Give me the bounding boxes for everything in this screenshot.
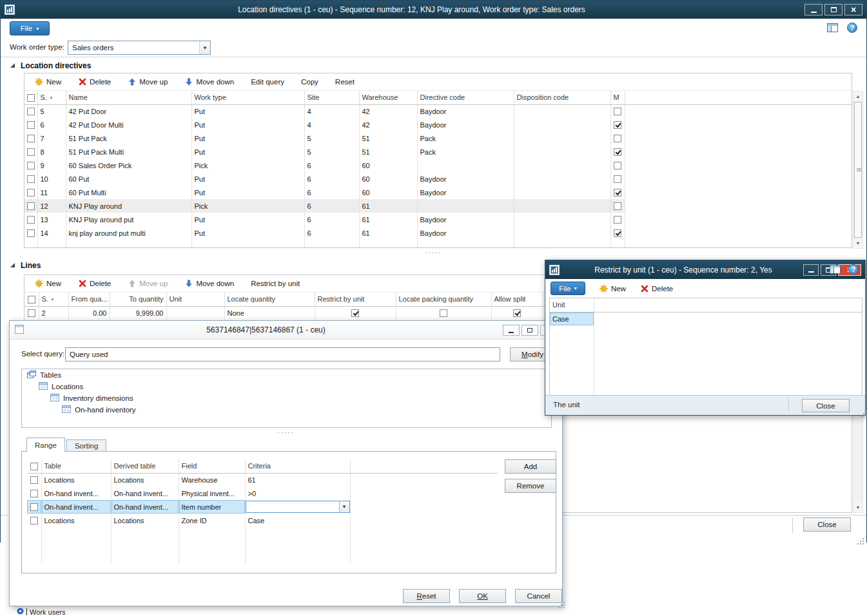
scroll-down-button[interactable]: ▼ — [853, 503, 862, 512]
grid-cell[interactable] — [625, 104, 852, 118]
table-row[interactable]: LocationsLocationsWarehouse61 — [27, 473, 498, 486]
table-row[interactable]: 960 Sales Order PickPick660 — [24, 159, 852, 172]
layout-panes-icon[interactable] — [827, 23, 838, 32]
select-query-field[interactable]: Query used — [65, 347, 500, 361]
table-row[interactable]: On-hand invent...On-hand invent...Item n… — [27, 500, 498, 514]
add-button[interactable]: Add — [505, 459, 556, 474]
column-header[interactable]: S.▲ — [39, 293, 68, 306]
grid-cell[interactable] — [24, 131, 37, 145]
grid-cell[interactable] — [417, 199, 514, 213]
tree-item[interactable]: Inventory dimensions — [22, 392, 551, 404]
query-tree[interactable]: TablesLocationsInventory dimensionsOn-ha… — [21, 369, 552, 428]
resize-grip[interactable] — [857, 538, 859, 539]
main-titlebar[interactable]: Location directives (1 - ceu) - Sequence… — [1, 1, 866, 19]
grid-cell[interactable]: 0.00 — [68, 306, 110, 320]
grid-cell[interactable] — [514, 186, 610, 199]
column-header[interactable]: Locate quantity — [224, 293, 315, 306]
grid-cell[interactable]: On-hand invent... — [41, 500, 111, 514]
grid-cell[interactable]: 10 — [37, 172, 66, 186]
grid-cell[interactable] — [610, 118, 625, 131]
edit-query-button[interactable]: Edit query — [251, 78, 284, 86]
help-icon[interactable]: ? — [847, 23, 857, 33]
grid-cell[interactable]: Locations — [41, 514, 111, 527]
file-menu-button[interactable]: File ▾ — [10, 21, 50, 35]
grid-cell[interactable]: 60 Put — [66, 172, 191, 186]
file-menu-button[interactable]: File ▾ — [550, 282, 585, 295]
column-header[interactable]: Field — [179, 459, 245, 473]
grid-cell[interactable]: 11 — [37, 186, 66, 199]
checkbox[interactable] — [30, 517, 38, 525]
splitter-handle[interactable] — [10, 430, 562, 436]
grid-cell[interactable]: 61 — [359, 199, 417, 213]
grid-cell[interactable]: 5 — [37, 104, 66, 118]
grid-cell[interactable]: 42 — [359, 118, 417, 131]
grid-cell[interactable]: Put — [191, 213, 304, 226]
checkbox[interactable] — [614, 216, 621, 224]
dropdown-arrow-icon[interactable]: ▼ — [339, 501, 349, 512]
table-row[interactable]: 751 Put PackPut551Pack — [24, 131, 852, 145]
tree-item[interactable]: On-hand inventory — [22, 404, 551, 416]
grid-cell[interactable] — [594, 312, 862, 325]
grid-cell[interactable]: Pack — [417, 131, 514, 145]
checkbox[interactable] — [27, 108, 35, 115]
grid-cell[interactable]: 42 Put Door — [66, 104, 191, 118]
checkbox[interactable] — [513, 309, 521, 317]
grid-cell[interactable] — [625, 159, 852, 172]
grid-cell[interactable] — [610, 104, 625, 118]
grid-cell[interactable] — [610, 226, 625, 240]
grid-cell[interactable]: Item number — [179, 500, 245, 514]
directives-grid[interactable]: S.▲NameWork typeSiteWarehouseDirective c… — [24, 91, 852, 247]
grid-cell[interactable] — [514, 118, 610, 131]
grid-cell[interactable] — [27, 473, 41, 486]
grid-cell[interactable] — [625, 131, 852, 145]
column-header[interactable] — [24, 91, 37, 104]
grid-cell[interactable]: 60 — [359, 159, 417, 172]
table-row[interactable]: 642 Put Door MultiPut442Baydoor — [24, 118, 852, 131]
grid-cell[interactable]: 7 — [37, 131, 66, 145]
grid-cell[interactable]: Baydoor — [417, 104, 514, 118]
column-header[interactable]: Unit — [550, 298, 594, 312]
column-header[interactable]: Work type — [191, 91, 304, 104]
checkbox[interactable] — [614, 175, 621, 183]
grid-cell[interactable] — [625, 226, 852, 240]
checkbox[interactable] — [27, 121, 35, 129]
grid-cell[interactable] — [24, 226, 37, 240]
checkbox[interactable] — [27, 148, 35, 156]
column-header[interactable]: From qua... — [68, 293, 110, 306]
criteria-grid[interactable]: TableDerived tableFieldCriteriaLocations… — [27, 459, 498, 564]
grid-cell[interactable]: 51 Put Pack Multi — [66, 145, 191, 159]
grid-cell[interactable] — [514, 213, 610, 226]
grid-cell[interactable]: Put — [191, 118, 304, 131]
grid-cell[interactable]: Put — [191, 131, 304, 145]
grid-cell[interactable] — [625, 199, 852, 213]
grid-cell[interactable]: 42 — [359, 104, 417, 118]
grid-cell[interactable]: Case — [245, 514, 350, 527]
table-row[interactable]: Case — [550, 312, 862, 325]
grid-cell[interactable] — [417, 159, 514, 172]
tree-item[interactable]: Locations — [22, 381, 551, 392]
tab-range[interactable]: Range — [26, 438, 65, 452]
checkbox[interactable] — [30, 503, 38, 511]
grid-cell[interactable] — [166, 306, 224, 320]
delete-button[interactable]: Delete — [78, 280, 111, 288]
grid-cell[interactable]: Locations — [41, 473, 111, 486]
query-titlebar[interactable]: 5637146847|5637146867 (1 - ceu) × — [10, 321, 562, 340]
column-header[interactable]: M — [610, 91, 625, 104]
grid-cell[interactable] — [610, 159, 625, 172]
grid-cell[interactable]: 51 — [359, 131, 417, 145]
checkbox[interactable] — [27, 189, 35, 197]
new-button[interactable]: New — [599, 284, 626, 293]
select-all-checkbox[interactable] — [30, 463, 38, 470]
table-row[interactable]: LocationsLocationsZone IDCase — [27, 514, 498, 527]
column-header[interactable] — [350, 459, 498, 473]
column-header[interactable] — [594, 298, 862, 312]
layout-panes-icon[interactable] — [830, 265, 841, 274]
delete-button[interactable]: Delete — [640, 284, 673, 293]
grid-cell[interactable]: 6 — [304, 226, 359, 240]
grid-cell[interactable] — [610, 172, 625, 186]
grid-cell[interactable]: On-hand invent... — [111, 486, 179, 500]
grid-cell[interactable]: 12 — [37, 199, 66, 213]
column-header[interactable] — [27, 459, 41, 473]
checkbox[interactable] — [440, 309, 447, 317]
grid-cell[interactable]: 5 — [304, 145, 359, 159]
